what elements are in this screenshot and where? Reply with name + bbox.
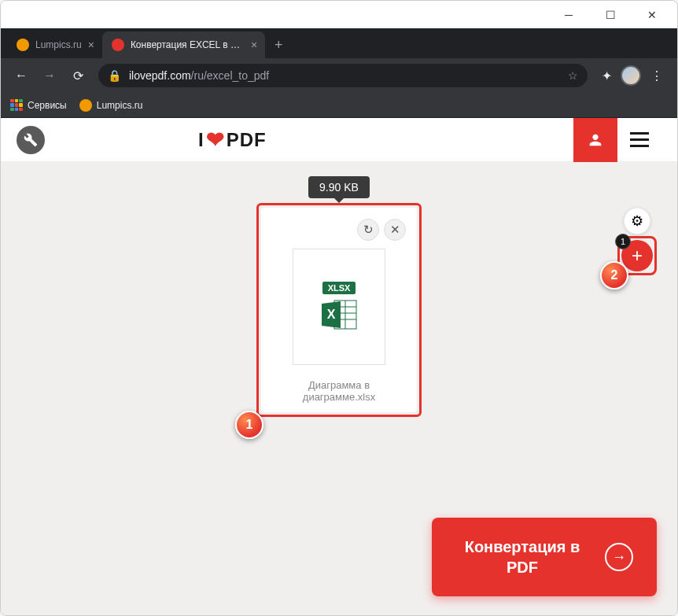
rotate-button[interactable]: ↻	[357, 219, 379, 241]
bookmark-lumpics[interactable]: Lumpics.ru	[79, 99, 143, 112]
close-window-button[interactable]: ✕	[641, 7, 663, 23]
tool-button[interactable]	[17, 126, 45, 154]
back-button[interactable]: ←	[9, 63, 34, 88]
file-card-highlight: ↻ ✕ XLSX X	[256, 203, 422, 417]
reload-button[interactable]: ⟳	[65, 63, 90, 88]
forward-button[interactable]: →	[37, 63, 62, 88]
bookmarks-bar: Сервисы Lumpics.ru	[1, 93, 677, 118]
new-tab-button[interactable]: +	[265, 31, 293, 58]
close-tab-icon[interactable]: ×	[88, 39, 94, 51]
logo[interactable]: I PDF	[198, 127, 267, 153]
minimize-button[interactable]: ─	[558, 7, 580, 23]
url-text: ilovepdf.com/ru/excel_to_pdf	[129, 69, 269, 82]
rotate-icon: ↻	[363, 223, 374, 237]
menu-button[interactable]	[617, 118, 661, 162]
convert-button[interactable]: Конвертация в PDF →	[432, 518, 657, 596]
tab-title: Конвертация EXCEL в PDF. Доку	[131, 39, 245, 50]
maximize-button[interactable]: ☐	[599, 7, 621, 23]
gear-icon: ⚙	[631, 212, 643, 230]
add-file-button[interactable]: 1 +	[621, 240, 653, 271]
favicon-icon	[79, 99, 92, 112]
main-content: 9.90 KB ↻ ✕ XLSX	[1, 162, 677, 616]
close-tab-icon[interactable]: ×	[251, 39, 257, 51]
window-titlebar: ─ ☐ ✕	[1, 1, 677, 28]
file-card[interactable]: ↻ ✕ XLSX X	[261, 208, 417, 412]
browser-menu-button[interactable]: ⋮	[644, 63, 669, 88]
extensions-icon[interactable]: ✦	[595, 65, 617, 87]
excel-icon: X	[320, 297, 358, 332]
settings-button[interactable]: ⚙	[624, 208, 650, 234]
login-button[interactable]	[573, 118, 617, 162]
lock-icon: 🔒	[108, 69, 121, 82]
site-header: I PDF	[1, 118, 677, 162]
browser-tabs: Lumpics.ru × Конвертация EXCEL в PDF. До…	[1, 28, 677, 58]
browser-tab-lumpics[interactable]: Lumpics.ru ×	[7, 31, 102, 58]
browser-tab-ilovepdf[interactable]: Конвертация EXCEL в PDF. Доку ×	[102, 31, 265, 58]
file-count-badge: 1	[615, 234, 631, 249]
convert-label: Конвертация в PDF	[455, 537, 589, 577]
file-preview: XLSX X	[293, 249, 385, 365]
favicon-icon	[112, 39, 124, 51]
heart-icon	[206, 127, 225, 153]
user-icon	[587, 131, 604, 149]
address-bar: ← → ⟳ 🔒 ilovepdf.com/ru/excel_to_pdf ☆ ✦…	[1, 58, 677, 93]
svg-text:X: X	[327, 308, 336, 321]
plus-icon: +	[632, 245, 643, 267]
remove-file-button[interactable]: ✕	[384, 219, 406, 241]
wrench-icon	[24, 133, 38, 147]
card-actions: ↻ ✕	[272, 219, 406, 241]
apps-bookmark[interactable]: Сервисы	[10, 99, 67, 112]
url-field[interactable]: 🔒 ilovepdf.com/ru/excel_to_pdf ☆	[98, 64, 588, 87]
profile-avatar[interactable]	[621, 65, 641, 86]
file-name: Диаграмма в диаграмме.xlsx	[272, 379, 406, 403]
apps-grid-icon	[10, 99, 23, 112]
bookmark-star-icon[interactable]: ☆	[568, 69, 578, 82]
file-size-badge: 9.90 KB	[308, 176, 370, 198]
favicon-icon	[17, 39, 29, 51]
callout-marker-2: 2	[600, 261, 628, 290]
xlsx-badge: XLSX	[322, 282, 356, 294]
tab-title: Lumpics.ru	[35, 39, 82, 50]
callout-marker-1: 1	[235, 411, 263, 439]
arrow-right-icon: →	[605, 543, 633, 571]
close-icon: ✕	[390, 223, 400, 237]
